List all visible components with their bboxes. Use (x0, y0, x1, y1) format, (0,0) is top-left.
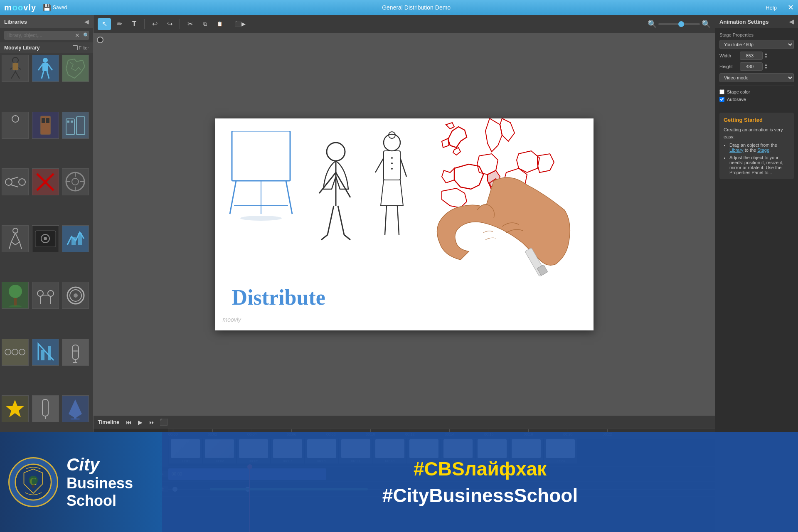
svg-line-78 (230, 181, 236, 214)
svg-point-0 (12, 57, 18, 63)
list-item[interactable] (62, 339, 89, 366)
svg-rect-63 (73, 350, 78, 352)
height-row: Height ▲ ▼ (719, 62, 794, 71)
cbs-emblem-svg: C (15, 463, 52, 501)
toolbar-separator-2 (180, 19, 180, 29)
paint-icon: ✏ (117, 20, 122, 28)
list-item[interactable] (32, 395, 59, 422)
paste-button[interactable]: 📋 (213, 18, 227, 30)
cbs-overlay: C City Business School (0, 432, 798, 532)
paint-tool-button[interactable]: ✏ (113, 18, 126, 30)
height-down-button[interactable]: ▼ (764, 66, 768, 70)
copy-icon: ⧉ (203, 21, 207, 27)
person-left-drawing (303, 139, 369, 264)
redo-icon: ↪ (167, 20, 172, 28)
list-item[interactable] (2, 168, 29, 195)
search-area: ✕ 🔍 (0, 28, 93, 42)
svg-point-29 (72, 178, 79, 185)
list-item[interactable] (62, 225, 89, 252)
stage-link[interactable]: Stage (757, 148, 769, 153)
svg-rect-65 (42, 399, 48, 416)
list-item[interactable] (62, 112, 89, 139)
list-item[interactable] (32, 55, 59, 82)
list-item[interactable] (2, 55, 29, 82)
copy-button[interactable]: ⧉ (198, 18, 212, 30)
library-link[interactable]: Library (729, 148, 744, 153)
list-item[interactable] (32, 225, 59, 252)
autosave-checkbox[interactable] (719, 97, 724, 102)
rewind-button[interactable]: ⏮ (124, 417, 134, 427)
select-tool-button[interactable]: ↖ (98, 18, 111, 30)
filter-button[interactable]: Filter (73, 45, 89, 50)
close-button[interactable]: ✕ (788, 3, 794, 12)
svg-point-91 (391, 157, 393, 159)
list-item[interactable] (32, 168, 59, 195)
zoom-out-icon[interactable]: 🔍 (648, 20, 657, 29)
export-button[interactable]: ⬛▶ (234, 18, 247, 30)
list-item[interactable] (2, 112, 29, 139)
svg-line-95 (400, 158, 406, 177)
stage-color-checkbox[interactable] (719, 89, 724, 94)
zoom-slider[interactable] (658, 23, 700, 25)
filter-checkbox-icon (73, 45, 78, 50)
svg-line-94 (375, 158, 384, 172)
text-tool-button[interactable]: T (128, 18, 141, 30)
svg-point-44 (9, 305, 22, 307)
height-spinners: ▲ ▼ (764, 63, 768, 70)
svg-line-12 (47, 71, 49, 79)
svg-rect-40 (71, 237, 76, 245)
fast-forward-button[interactable]: ⏭ (147, 417, 157, 427)
svg-rect-19 (76, 117, 85, 135)
search-input[interactable] (4, 31, 73, 40)
scene-add-button[interactable]: ⬛ (159, 417, 169, 427)
width-input[interactable] (740, 52, 763, 60)
undo-icon: ↩ (152, 20, 158, 28)
getting-started-title: Getting Started (724, 117, 790, 123)
svg-point-22 (5, 179, 12, 185)
undo-button[interactable]: ↩ (148, 18, 161, 30)
panel-collapse-icon[interactable]: ◀ (789, 18, 794, 25)
list-item[interactable] (2, 339, 29, 366)
canvas-stage[interactable]: Distribute moovly (215, 118, 594, 330)
list-item[interactable] (32, 112, 59, 139)
list-item[interactable] (2, 395, 29, 422)
svg-point-25 (19, 179, 25, 185)
svg-rect-58 (41, 350, 44, 360)
video-mode-select[interactable]: Video mode (719, 73, 794, 82)
list-item[interactable] (32, 339, 59, 366)
list-item[interactable] (62, 395, 89, 422)
search-icon[interactable]: 🔍 (81, 32, 89, 38)
svg-rect-8 (42, 63, 48, 71)
list-item[interactable] (2, 282, 29, 309)
sidebar-collapse-button[interactable]: ◀ (84, 18, 89, 25)
cbs-logo-area: C City Business School (0, 432, 162, 532)
redo-button[interactable]: ↪ (163, 18, 176, 30)
list-item[interactable] (62, 282, 89, 309)
zoom-in-icon[interactable]: 🔍 (702, 20, 711, 29)
width-down-button[interactable]: ▼ (764, 56, 768, 59)
height-input[interactable] (740, 62, 763, 71)
animation-settings-title: Animation Settings (719, 19, 768, 25)
getting-started-tip2: Adjust the object to your needs: positio… (729, 155, 790, 175)
list-item[interactable] (62, 168, 89, 195)
width-label: Width (719, 53, 738, 58)
search-clear-button[interactable]: ✕ (73, 32, 81, 39)
autosave-row: Autosave (719, 97, 794, 102)
cut-button[interactable]: ✂ (183, 18, 197, 30)
window-title: General Distribution Demo (382, 4, 451, 11)
play-button[interactable]: ▶ (135, 417, 145, 427)
getting-started-panel: Getting Started Creating an animation is… (719, 113, 794, 179)
svg-point-102 (29, 476, 38, 485)
help-button[interactable]: Help (766, 5, 777, 11)
list-item[interactable] (2, 225, 29, 252)
hand-drawing (419, 160, 573, 326)
filter-label: Filter (79, 45, 89, 50)
easel-drawing (224, 131, 298, 222)
cbs-city: City (66, 455, 133, 475)
format-select[interactable]: YouTube 480p (719, 40, 794, 49)
list-item[interactable] (62, 55, 89, 82)
list-item[interactable] (32, 282, 59, 309)
svg-point-7 (43, 58, 48, 63)
cbs-hashtags: #CBSлайфхак #CityBusinessSchool (162, 432, 798, 532)
svg-rect-41 (78, 233, 82, 245)
